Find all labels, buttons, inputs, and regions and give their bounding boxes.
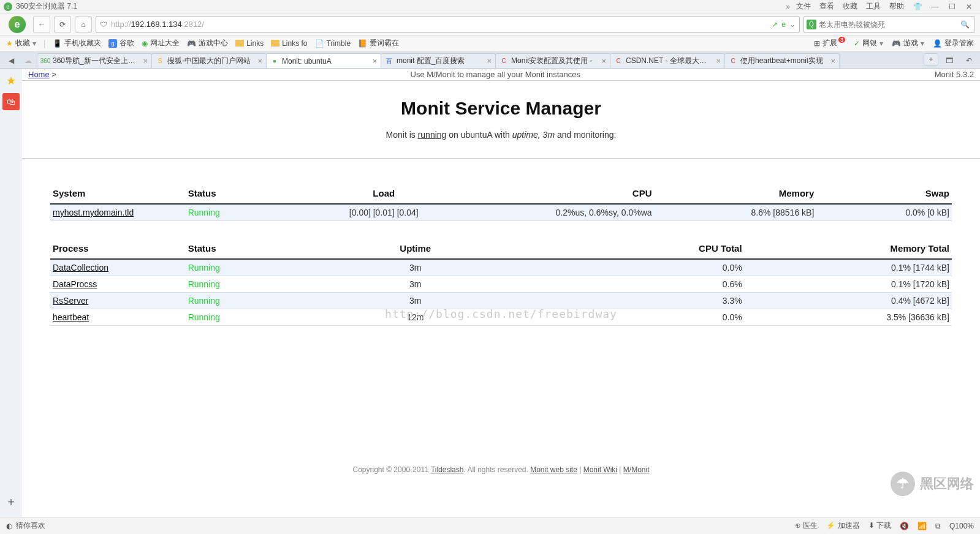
tab-label: monit 配置_百度搜索 (397, 56, 484, 66)
tab-restore-button[interactable]: 🗖 (941, 53, 958, 68)
shield-icon: 🛡 (100, 20, 107, 29)
window-title: 360安全浏览器 7.1 (16, 1, 786, 12)
tab-label: Monit安装配置及其使用 - (511, 56, 598, 66)
menu-favorites[interactable]: 收藏 (843, 1, 857, 12)
window-maximize-button[interactable]: ☐ (944, 1, 959, 12)
reload-button[interactable]: ⟳ (54, 16, 71, 33)
tab-close-icon[interactable]: × (143, 56, 148, 66)
tab-favicon: C (499, 57, 508, 66)
tab-favicon: 百 (385, 57, 393, 66)
search-box[interactable]: Q 🔍 (803, 16, 975, 33)
window-controls: 👕 — ☐ ✕ (910, 1, 976, 12)
window-titlebar: e 360安全浏览器 7.1 » 文件 查看 收藏 工具 帮助 👕 — ☐ ✕ (0, 0, 980, 13)
tab-favicon: S (156, 57, 164, 66)
tab-close-icon[interactable]: × (830, 56, 835, 66)
menu-bar: 文件 查看 收藏 工具 帮助 (796, 1, 904, 12)
url-protocol: http:// (111, 20, 131, 29)
bookmark-sites[interactable]: ◉网址大全 (142, 38, 180, 48)
bookmark-trimble[interactable]: 📄Trimble (315, 39, 351, 48)
new-tab-button[interactable]: + (924, 53, 938, 66)
bank-button[interactable]: ✓网银▾ (854, 38, 883, 48)
back-button[interactable]: ← (33, 16, 50, 33)
bookmark-links[interactable]: Links (235, 39, 264, 48)
search-input[interactable] (819, 20, 955, 29)
compat-icon[interactable]: e (781, 20, 786, 29)
browser-logo-icon: e (4, 2, 12, 11)
navigation-toolbar: e ← ⟳ ⌂ 🛡 http://192.168.1.134:2812/ ↗ e… (0, 13, 980, 36)
tab-favicon: 360 (41, 57, 50, 66)
tab-4[interactable]: CMonit安装配置及其使用 - × (495, 53, 610, 68)
tab-cloud[interactable]: ☁ (20, 53, 37, 68)
bookmark-dict[interactable]: 📙爱词霸在 (358, 38, 399, 48)
address-input[interactable] (208, 20, 768, 29)
bookmark-google[interactable]: g谷歌 (108, 38, 134, 48)
tab-6[interactable]: C使用heartbeat+monit实现× (724, 53, 840, 68)
browser-logo[interactable]: e (5, 13, 29, 36)
tab-close-icon[interactable]: × (716, 56, 721, 66)
share-icon[interactable]: ↗ (772, 20, 778, 29)
menu-help[interactable]: 帮助 (889, 1, 904, 12)
tab-close-icon[interactable]: × (487, 56, 492, 66)
address-bar[interactable]: 🛡 http://192.168.1.134:2812/ ↗ e ⌄ (96, 16, 800, 33)
bookmark-mobile[interactable]: 📱手机收藏夹 (53, 38, 101, 48)
games-button[interactable]: 🎮游戏▾ (892, 38, 924, 48)
window-minimize-button[interactable]: — (927, 1, 942, 12)
tab-favicon: ● (270, 57, 279, 66)
tab-3[interactable]: 百monit 配置_百度搜索× (381, 53, 496, 68)
bookmark-linksfo[interactable]: Links fo (271, 39, 307, 48)
tab-close-icon[interactable]: × (257, 56, 262, 66)
tab-label: Monit: ubuntuA (282, 57, 369, 66)
menu-arrow-icon[interactable]: » (786, 2, 790, 11)
tab-label: 搜狐-中国最大的门户网站 (167, 56, 254, 66)
tab-favicon: C (614, 57, 623, 66)
tab-favicon: C (729, 57, 737, 66)
tab-5[interactable]: CCSDN.NET - 全球最大中文× (610, 53, 725, 68)
tab-close-icon[interactable]: × (372, 56, 377, 66)
home-button[interactable]: ⌂ (75, 16, 92, 33)
bookmark-games[interactable]: 🎮游戏中心 (187, 38, 228, 48)
tab-close-icon[interactable]: × (601, 56, 606, 66)
window-skin-button[interactable]: 👕 (910, 1, 925, 12)
tab-0[interactable]: 360360导航_新一代安全上网导× (37, 53, 152, 68)
tab-label: 360导航_新一代安全上网导 (53, 56, 140, 66)
login-button[interactable]: 👤登录管家 (933, 38, 974, 48)
search-provider-icon[interactable]: Q (807, 20, 816, 29)
tab-bar: ◀ ☁ 360360导航_新一代安全上网导×S搜狐-中国最大的门户网站×●Mon… (0, 51, 980, 69)
window-close-button[interactable]: ✕ (962, 1, 976, 12)
menu-tools[interactable]: 工具 (866, 1, 881, 12)
tab-label: 使用heartbeat+monit实现 (740, 56, 827, 66)
extensions-button[interactable]: ⊞扩展3 (814, 38, 845, 48)
tab-1[interactable]: S搜狐-中国最大的门户网站× (151, 53, 267, 68)
favorites-button[interactable]: ★收藏▾ (6, 38, 36, 48)
tab-2[interactable]: ●Monit: ubuntuA× (266, 53, 381, 68)
bookmarks-bar: ★收藏▾ | 📱手机收藏夹 g谷歌 ◉网址大全 🎮游戏中心 Links Link… (0, 36, 980, 51)
url-host: 192.168.1.134 (131, 20, 182, 29)
dropdown-icon[interactable]: ⌄ (789, 20, 796, 29)
tab-label: CSDN.NET - 全球最大中文 (626, 56, 713, 66)
menu-file[interactable]: 文件 (796, 1, 811, 12)
tab-nav-back[interactable]: ◀ (2, 53, 20, 68)
tab-undo-button[interactable]: ↶ (960, 53, 978, 68)
search-button[interactable]: 🔍 (957, 17, 972, 32)
url-port: :2812/ (182, 20, 204, 29)
menu-view[interactable]: 查看 (819, 1, 834, 12)
